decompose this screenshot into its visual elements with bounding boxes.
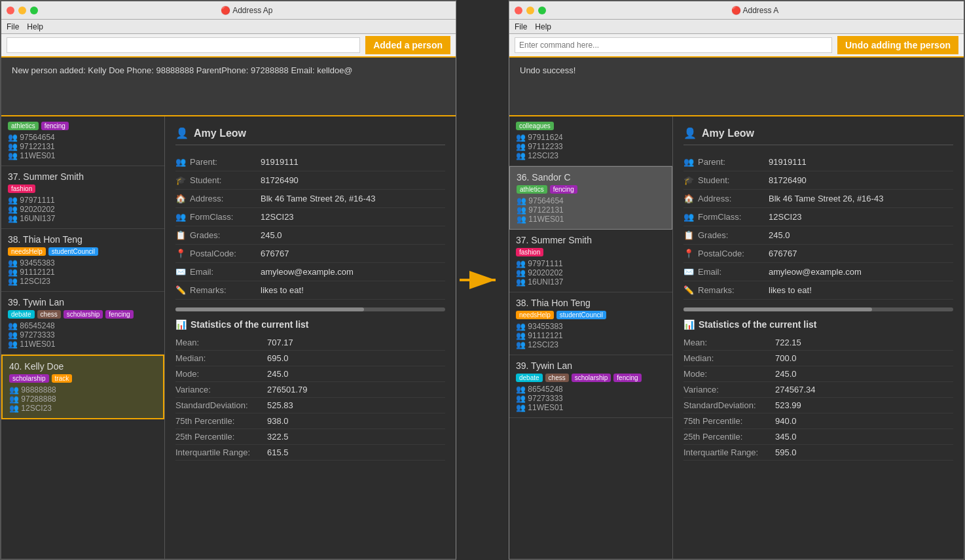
left-menu-file[interactable]: File xyxy=(7,22,19,31)
right-detail-name: 👤 Amy Leow xyxy=(683,127,953,145)
right-detail-email-row: ✉️ Email: amyleow@example.com xyxy=(683,263,953,281)
left-detail-email-label: ✉️ Email: xyxy=(175,267,261,277)
left-progress-fill xyxy=(175,307,364,311)
left-stats-stddev-label: StandardDeviation: xyxy=(175,400,267,410)
left-stats-p25-value: 322.5 xyxy=(267,432,289,442)
right-stats-p75-value: 940.0 xyxy=(775,416,797,426)
email-icon-left: ✉️ xyxy=(175,267,186,277)
right-content-area: colleagues 👥 97911624 👥 97112233 👥 12SCI… xyxy=(509,116,964,559)
left-content-area: athletics fencing 👥 97564654 👥 97122131 … xyxy=(1,116,456,559)
right-detail-email-label: ✉️ Email: xyxy=(683,267,769,277)
left-stats-mode-value: 245.0 xyxy=(267,369,289,379)
right-item-36-phone1: 👥 97564654 xyxy=(517,196,665,205)
maximize-button-left[interactable] xyxy=(30,7,38,14)
tag-fencing-39-r: fencing xyxy=(613,374,641,382)
left-detail-formclass-label: 👥 FormClass: xyxy=(175,212,261,222)
tag-debate-39: debate xyxy=(8,310,35,319)
left-item-39-name: 39. Tywin Lan xyxy=(8,297,158,307)
right-list-item-above[interactable]: colleagues 👥 97911624 👥 97112233 👥 12SCI… xyxy=(509,116,672,166)
minimize-button-left[interactable] xyxy=(18,7,26,14)
left-list-item-37[interactable]: 37. Summer Smith fashion 👥 97971111 👥 92… xyxy=(1,166,164,229)
right-list-item-37[interactable]: 37. Summer Smith fashion 👥 97971111 👥 92… xyxy=(509,230,672,292)
right-stats-p75: 75th Percentile: 940.0 xyxy=(683,413,953,429)
formclass-icon-left: 👥 xyxy=(175,212,186,222)
right-detail-remarks-row: ✏️ Remarks: likes to eat! xyxy=(683,281,953,300)
right-stats-median-value: 700.0 xyxy=(775,353,797,363)
right-window-title: 🔴 Address A xyxy=(551,6,958,15)
right-stats-header: 📊 Statistics of the current list xyxy=(683,319,953,330)
right-detail-formclass-value: 12SCI23 xyxy=(769,212,802,222)
right-detail-address-label: 🏠 Address: xyxy=(683,194,769,203)
right-item-39-phone2: 👥 97273333 xyxy=(516,394,666,403)
left-list-item-above[interactable]: athletics fencing 👥 97564654 👥 97122131 … xyxy=(1,116,164,166)
tag-needshelp-38: needsHelp xyxy=(8,247,46,256)
close-button-left[interactable] xyxy=(7,7,14,14)
left-item-37-name: 37. Summer Smith xyxy=(8,171,158,182)
left-detail-remarks-row: ✏️ Remarks: likes to eat! xyxy=(175,281,445,300)
left-item-38-tags: needsHelp studentCouncil xyxy=(8,247,158,256)
tag-fencing-39: fencing xyxy=(105,310,133,319)
right-item-36-phone3: 👥 11WES01 xyxy=(517,215,665,224)
right-titlebar: 🔴 Address A xyxy=(509,1,964,20)
minimize-button-right[interactable] xyxy=(526,7,534,14)
right-item-37-phone2: 👥 92020202 xyxy=(516,268,666,277)
above-phone1: 👥 97564654 xyxy=(8,133,158,142)
right-item-38-name: 38. Thia Hon Teng xyxy=(516,298,666,308)
tag-fashion-37: fashion xyxy=(8,184,35,193)
parent-icon-right: 👥 xyxy=(683,157,694,167)
right-command-input[interactable] xyxy=(515,37,832,53)
left-item-39-phone2: 👥 97273333 xyxy=(8,330,158,340)
right-stats-stddev-value: 523.99 xyxy=(775,400,801,410)
left-menu-help[interactable]: Help xyxy=(27,22,43,31)
right-stats-iqr-value: 595.0 xyxy=(775,447,797,457)
left-detail-address-value: Blk 46 Tame Street 26, #16-43 xyxy=(261,194,375,203)
left-label-box: Added a person xyxy=(365,36,450,54)
left-item-40-phone1: 👥 98888888 xyxy=(9,385,156,394)
tag-studentcouncil-38: studentCouncil xyxy=(48,247,98,256)
right-stats-iqr: Interquartile Range: 595.0 xyxy=(683,445,953,461)
right-stats-median-label: Median: xyxy=(683,353,775,363)
right-list-item-38[interactable]: 38. Thia Hon Teng needsHelp studentCounc… xyxy=(509,292,672,355)
left-list-item-40[interactable]: 40. Kelly Doe scholarship track 👥 988888… xyxy=(1,355,164,419)
right-stats-mode-label: Mode: xyxy=(683,369,775,379)
left-item-39-phone3: 👥 11WES01 xyxy=(8,340,158,349)
left-list-item-39[interactable]: 39. Tywin Lan debate chess scholarship f… xyxy=(1,292,164,355)
left-stats-stddev-value: 525.83 xyxy=(267,400,293,410)
right-above-tags: colleagues xyxy=(516,122,666,130)
right-detail-postal-value: 676767 xyxy=(769,249,797,258)
left-detail-grades-row: 📋 Grades: 245.0 xyxy=(175,226,445,245)
right-stats-variance-label: Variance: xyxy=(683,385,775,394)
right-above-phone3: 👥 12SCI23 xyxy=(516,151,666,160)
right-menu-file[interactable]: File xyxy=(515,22,527,31)
right-output-text: Undo success! xyxy=(520,65,575,75)
left-item-38-phone2: 👥 91112121 xyxy=(8,268,158,277)
right-output-area: Undo success! xyxy=(509,58,964,116)
left-command-input[interactable] xyxy=(7,37,360,53)
address-icon-left: 🏠 xyxy=(175,194,186,203)
left-item-40-phone3: 👥 12SCI23 xyxy=(9,404,156,413)
close-button-right[interactable] xyxy=(515,7,522,14)
maximize-button-right[interactable] xyxy=(538,7,546,14)
right-detail-parent-row: 👥 Parent: 91919111 xyxy=(683,153,953,171)
right-list-item-39[interactable]: 39. Tywin Lan debate chess scholarship f… xyxy=(509,355,672,418)
right-list-item-36[interactable]: 36. Sandor C athletics fencing 👥 9756465… xyxy=(509,166,672,230)
right-menu-help[interactable]: Help xyxy=(535,22,551,31)
left-list-item-38[interactable]: 38. Thia Hon Teng needsHelp studentCounc… xyxy=(1,229,164,292)
left-detail-address-label: 🏠 Address: xyxy=(175,194,261,203)
left-stats-section: 📊 Statistics of the current list Mean: 7… xyxy=(175,319,445,461)
left-stats-median-value: 695.0 xyxy=(267,353,289,363)
tag-track-40: track xyxy=(52,374,73,383)
tag-chess-39-r: chess xyxy=(545,374,569,382)
left-stats-p25-label: 25th Percentile: xyxy=(175,432,267,442)
right-commandbar: Undo adding the person xyxy=(509,34,964,58)
left-item-38-name: 38. Thia Hon Teng xyxy=(8,234,158,245)
email-icon-right: ✉️ xyxy=(683,267,694,277)
left-item-40-name: 40. Kelly Doe xyxy=(9,361,156,372)
tag-debate-39-r: debate xyxy=(516,374,543,382)
left-titlebar: 🔴 Address Ap xyxy=(1,1,456,20)
tag-athletics-above: athletics xyxy=(8,122,39,130)
left-stats-iqr: Interquartile Range: 615.5 xyxy=(175,445,445,461)
remarks-icon-right: ✏️ xyxy=(683,285,694,295)
parent-icon-left: 👥 xyxy=(175,157,186,167)
right-progress-fill xyxy=(683,307,872,311)
